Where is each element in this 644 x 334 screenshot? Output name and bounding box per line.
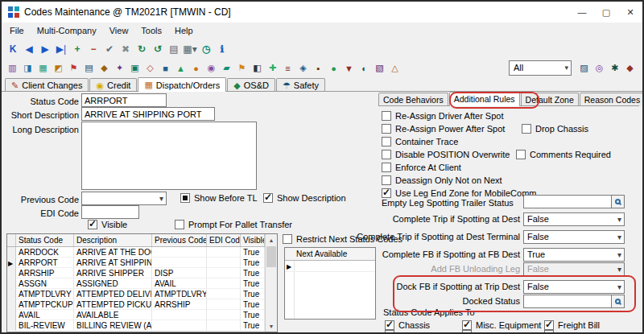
grid-cell[interactable]: True <box>241 310 265 320</box>
previous-code-select[interactable] <box>81 192 167 205</box>
menu-item-multi-company[interactable]: Multi-Company <box>31 23 103 39</box>
row-selector[interactable] <box>7 299 16 310</box>
grid-cell[interactable] <box>207 278 241 289</box>
grid-cell[interactable]: True <box>241 320 265 331</box>
tab-safety[interactable]: ☂Safety <box>276 78 325 92</box>
freight-bill-checkbox[interactable] <box>544 320 554 330</box>
checkbox-prompt-pallet[interactable]: Prompt For Pallet Transfer <box>175 219 292 230</box>
tool-icon[interactable]: ◨ <box>21 62 35 75</box>
row-selector[interactable] <box>7 320 16 331</box>
grid-cell[interactable]: AVAIL <box>152 278 207 289</box>
refresh-all-icon[interactable]: ↺ <box>151 42 165 56</box>
tool-icon[interactable]: ▪ <box>312 62 325 75</box>
add-icon[interactable]: + <box>70 42 85 56</box>
tool-icon[interactable]: ▰ <box>220 62 233 75</box>
scroll-up-icon[interactable]: ▲ <box>266 234 277 245</box>
cancel-icon[interactable]: ✖ <box>118 42 133 56</box>
grid-cell[interactable]: ARRIVE AT SHIPPING PORT <box>74 258 152 268</box>
tool-icon[interactable]: ◆ <box>623 62 637 75</box>
grid-cell[interactable]: ARRIVE SHIPPER <box>74 268 152 278</box>
tab-reason-codes[interactable]: Reason Codes <box>580 93 642 106</box>
prompt-pallet-checkbox[interactable] <box>175 220 184 229</box>
tool-icon[interactable]: ● <box>189 62 203 75</box>
grid-header[interactable]: Visible <box>241 234 265 246</box>
grid-cell[interactable] <box>207 310 241 320</box>
grid-header[interactable]: Status Code <box>16 234 74 246</box>
grid-cell[interactable] <box>207 299 241 310</box>
grid-cell[interactable] <box>152 258 207 268</box>
tool-icon[interactable]: ✦ <box>113 62 126 75</box>
grid-cell[interactable]: BILLING REVIEW (AL <box>74 320 152 331</box>
complete-trip-dest-select[interactable]: False <box>523 212 625 226</box>
tool-icon[interactable]: ≡ <box>281 62 295 75</box>
partial-checkbox[interactable] <box>385 330 394 332</box>
table-row[interactable]: AVAIL AVAILABLE True <box>7 310 277 320</box>
row-selector[interactable]: ▶ <box>7 258 16 268</box>
grid-cell[interactable]: True <box>241 258 265 268</box>
info-icon[interactable]: ℹ <box>215 42 229 56</box>
print-icon[interactable]: ▤ <box>167 42 181 56</box>
maximize-button[interactable]: ▢ <box>594 2 618 23</box>
restrict-next-checkbox[interactable] <box>283 234 292 244</box>
table-row[interactable]: BIL-REVIEW BILLING REVIEW (AL True <box>7 320 277 331</box>
tool-icon[interactable]: ◐ <box>357 62 371 75</box>
refresh-icon[interactable]: ↻ <box>134 42 149 56</box>
row-selector[interactable] <box>7 310 16 320</box>
tool-icon[interactable]: ◧ <box>250 62 264 75</box>
grid-cell[interactable] <box>207 320 241 331</box>
dock-fb-trip-dest-select[interactable]: False <box>523 280 625 294</box>
tool-icon[interactable]: △ <box>388 62 402 75</box>
grid-cell[interactable]: True <box>241 268 265 278</box>
show-description-checkbox[interactable] <box>263 193 273 203</box>
tool-icon[interactable]: ⚑ <box>67 62 80 75</box>
deassign-only-checkbox[interactable] <box>382 175 391 185</box>
checkbox-show-before-tl[interactable]: Show Before TL <box>180 192 258 204</box>
comments-required-checkbox[interactable] <box>516 150 526 159</box>
disable-position-checkbox[interactable] <box>382 150 391 159</box>
table-row[interactable]: ASSGN ASSIGNED AVAIL True <box>7 278 277 289</box>
tab-dispatch-orders[interactable]: ▦Dispatch/Orders <box>138 77 226 92</box>
checkbox-container-trace[interactable]: Container Trace <box>382 136 458 147</box>
grid-cell[interactable]: AVAILABLE <box>74 310 152 320</box>
checkbox-enforce-at-client[interactable]: Enforce At Client <box>382 162 461 173</box>
grid-cell[interactable] <box>207 289 241 299</box>
grid-cell[interactable] <box>207 247 241 258</box>
table-row[interactable]: ARRDOCK ARRIVE AT THE DOCK True <box>7 247 277 258</box>
grid-header[interactable]: Description <box>74 234 152 246</box>
table-row-current[interactable]: ▶ ARRPORT ARRIVE AT SHIPPING PORT True <box>7 258 277 268</box>
grid-cell[interactable]: ATMPTPCKUP <box>16 299 74 310</box>
grid-cell[interactable]: True <box>241 299 265 310</box>
grid-cell[interactable]: ATTEMPTED DELIVERY <box>74 289 152 299</box>
reassign-power-checkbox[interactable] <box>382 124 391 134</box>
tool-icon[interactable]: ● <box>327 62 341 75</box>
tab-default-zone[interactable]: Default Zone <box>521 93 579 106</box>
row-selector[interactable] <box>7 247 16 258</box>
grid-cell[interactable]: ARRSHIP <box>16 268 74 278</box>
tab-osd[interactable]: ◆OS&D <box>227 78 275 92</box>
tab-code-behaviors[interactable]: Code Behaviors <box>378 93 448 106</box>
grid-cell[interactable]: DISP <box>152 268 207 278</box>
grid-cell[interactable] <box>152 310 207 320</box>
row-selector[interactable] <box>7 278 16 289</box>
grid-cell[interactable]: ARRDOCK <box>16 247 74 258</box>
tool-icon[interactable]: ⚑ <box>235 62 249 75</box>
tool-icon[interactable]: ▼ <box>342 62 356 75</box>
chassis-checkbox[interactable] <box>385 320 394 330</box>
apply-icon[interactable]: ✔ <box>102 42 117 56</box>
tool-icon[interactable]: ◩ <box>52 62 65 75</box>
grid-cell[interactable]: ASSIGNED <box>74 278 152 289</box>
tool-icon[interactable]: ▨ <box>577 62 591 75</box>
menu-item-view[interactable]: View <box>103 23 135 39</box>
tool-icon[interactable]: ◈ <box>296 62 310 75</box>
tab-client-changes[interactable]: ✎Client Changes <box>5 78 89 92</box>
tool-icon[interactable]: ▥ <box>6 62 19 75</box>
short-description-input[interactable] <box>81 107 215 121</box>
table-row[interactable]: ATMPTDLVRY ATTEMPTED DELIVERY ATMPTDLVRY… <box>7 289 277 299</box>
tool-icon[interactable]: ◆ <box>97 62 111 75</box>
grid-cell[interactable]: ASSGN <box>16 278 74 289</box>
minimize-button[interactable]: — <box>570 2 594 23</box>
row-selector[interactable] <box>7 289 16 299</box>
grid-cell[interactable]: True <box>241 247 265 258</box>
grid-cell[interactable]: True <box>241 278 265 289</box>
nav-next-icon[interactable]: ▶ <box>38 42 52 56</box>
